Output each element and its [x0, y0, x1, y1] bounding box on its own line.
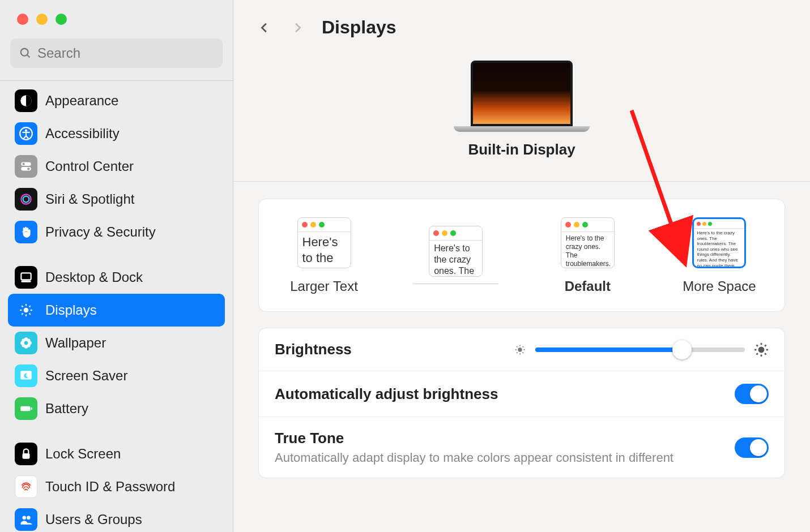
- svg-point-8: [27, 168, 29, 170]
- svg-point-10: [23, 196, 29, 203]
- svg-line-43: [523, 352, 523, 353]
- sidebar-item-label: Users & Groups: [45, 512, 142, 527]
- display-name: Built-in Display: [468, 141, 575, 158]
- sidebar-item-label: Appearance: [45, 93, 118, 109]
- sun-icon: [15, 299, 37, 321]
- maximize-window-button[interactable]: [56, 14, 67, 25]
- sidebar-item-screensaver[interactable]: Screen Saver: [8, 359, 225, 392]
- sidebar-item-label: Displays: [45, 302, 97, 318]
- svg-line-53: [757, 353, 758, 354]
- svg-line-19: [29, 313, 30, 314]
- svg-line-21: [29, 306, 30, 307]
- svg-point-36: [27, 516, 31, 520]
- resolution-thumb-selected: Here's to the crazy ones. The troublemak…: [692, 217, 746, 268]
- sidebar-item-lockscreen[interactable]: Lock Screen: [8, 437, 225, 470]
- sidebar-item-label: Lock Screen: [45, 446, 121, 462]
- forward-button[interactable]: [289, 19, 306, 36]
- back-button[interactable]: [256, 19, 273, 36]
- resolution-label: Larger Text: [290, 278, 358, 294]
- svg-rect-31: [20, 371, 32, 379]
- sidebar-item-label: Wallpaper: [45, 335, 106, 351]
- sidebar-item-wallpaper[interactable]: Wallpaper: [8, 327, 225, 359]
- svg-rect-34: [23, 453, 30, 459]
- svg-line-52: [765, 353, 766, 354]
- control-center-icon: [15, 155, 37, 178]
- svg-rect-12: [21, 280, 31, 282]
- sidebar-item-label: Control Center: [45, 158, 134, 174]
- svg-line-44: [517, 352, 517, 353]
- svg-point-46: [758, 346, 765, 353]
- moon-icon: [15, 364, 37, 387]
- search-icon: [19, 47, 32, 59]
- sidebar-item-users[interactable]: Users & Groups: [8, 503, 225, 532]
- fingerprint-icon: [15, 475, 37, 498]
- true-tone-label: True Tone: [275, 430, 673, 447]
- sidebar-item-label: Touch ID & Password: [45, 479, 175, 495]
- sun-dim-icon: [514, 344, 526, 356]
- sidebar-item-appearance[interactable]: Appearance: [8, 84, 225, 117]
- sidebar-item-battery[interactable]: Battery: [8, 392, 225, 425]
- appearance-icon: [15, 89, 37, 112]
- svg-line-1: [27, 55, 30, 58]
- svg-rect-32: [20, 406, 30, 411]
- users-icon: [15, 508, 37, 531]
- sidebar-item-touchid[interactable]: Touch ID & Password: [8, 470, 225, 503]
- brightness-slider[interactable]: [352, 342, 769, 357]
- svg-point-6: [23, 162, 25, 165]
- sidebar-item-desktop[interactable]: Desktop & Dock: [8, 261, 225, 294]
- resolution-label: Default: [565, 278, 611, 294]
- sun-bright-icon: [754, 342, 769, 357]
- svg-line-51: [757, 345, 758, 346]
- svg-point-4: [25, 129, 27, 131]
- flower-icon: [15, 332, 37, 354]
- resolution-option-default[interactable]: Here's to the crazy ones. The troublemak…: [545, 217, 630, 294]
- sidebar-item-label: Siri & Spotlight: [45, 191, 134, 207]
- true-tone-toggle[interactable]: [735, 437, 769, 458]
- sidebar-item-privacy[interactable]: Privacy & Security: [8, 216, 225, 248]
- siri-icon: [15, 188, 37, 211]
- sidebar: Appearance Accessibility Control Center …: [0, 0, 233, 532]
- true-tone-row: True Tone Automatically adapt display to…: [259, 417, 785, 478]
- display-preview: Built-in Display: [233, 49, 810, 182]
- sidebar-item-displays[interactable]: Displays: [8, 294, 225, 327]
- brightness-row: Brightness: [259, 328, 785, 371]
- battery-icon: [15, 397, 37, 420]
- minimize-window-button[interactable]: [36, 14, 48, 25]
- sidebar-item-accessibility[interactable]: Accessibility: [8, 117, 225, 150]
- lock-icon: [15, 443, 37, 465]
- resolution-label: More Space: [683, 278, 756, 294]
- search-input[interactable]: [37, 45, 214, 61]
- search-field[interactable]: [10, 38, 223, 68]
- resolution-thumb: Here's to the crazy ones. The troublemak…: [429, 226, 483, 277]
- resolution-picker: Here's to the crazy ones. The troublemak…: [258, 199, 785, 312]
- svg-rect-33: [31, 407, 32, 410]
- sidebar-item-label: Screen Saver: [45, 368, 127, 384]
- auto-brightness-toggle[interactable]: [735, 384, 769, 404]
- svg-line-42: [517, 346, 517, 347]
- sidebar-item-control-center[interactable]: Control Center: [8, 150, 225, 183]
- sidebar-item-label: Battery: [45, 401, 88, 417]
- true-tone-desc: Automatically adapt display to make colo…: [275, 451, 673, 465]
- accessibility-icon: [15, 122, 37, 145]
- sidebar-item-siri[interactable]: Siri & Spotlight: [8, 183, 225, 216]
- sidebar-list: Appearance Accessibility Control Center …: [0, 81, 233, 532]
- close-window-button[interactable]: [17, 14, 28, 25]
- resolution-option-larger-text[interactable]: Here's to the crazy ones. The troublemak…: [282, 217, 366, 294]
- main-content: Displays Built-in Display Here's to the …: [233, 0, 810, 532]
- auto-brightness-row: Automatically adjust brightness: [259, 371, 785, 417]
- window-controls: [0, 0, 233, 38]
- resolution-option-more-space[interactable]: Here's to the crazy ones. The troublemak…: [677, 217, 762, 294]
- display-settings: Brightness Automatically adjust brightne…: [258, 328, 785, 478]
- laptop-graphic: [454, 61, 590, 132]
- sidebar-item-label: Desktop & Dock: [45, 269, 143, 285]
- sidebar-item-label: Accessibility: [45, 126, 120, 141]
- page-title: Displays: [322, 17, 397, 38]
- svg-rect-11: [21, 273, 31, 280]
- svg-point-0: [21, 49, 28, 56]
- svg-point-30: [24, 341, 28, 345]
- resolution-thumb: Here's to the crazy ones. The troublemak…: [297, 217, 351, 268]
- sidebar-item-label: Privacy & Security: [45, 224, 156, 240]
- resolution-thumb: Here's to the crazy ones. The troublemak…: [561, 217, 615, 268]
- resolution-option-2[interactable]: Here's to the crazy ones. The troublemak…: [413, 226, 498, 294]
- svg-point-13: [24, 308, 29, 313]
